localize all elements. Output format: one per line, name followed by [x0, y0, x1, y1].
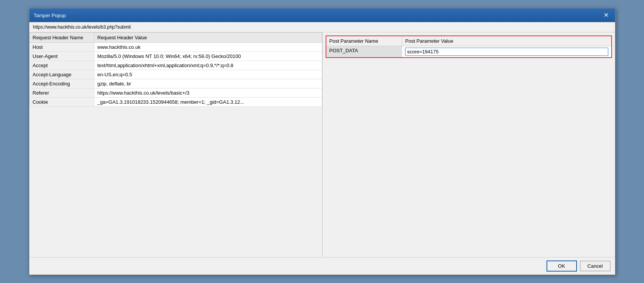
table-row: Accept-Encodinggzip, deflate, br: [29, 79, 322, 88]
cancel-button[interactable]: Cancel: [580, 261, 610, 271]
request-headers-table-container: Request Header Name Request Header Value…: [29, 32, 322, 257]
close-button[interactable]: ✕: [602, 11, 610, 19]
header-name-cell: Referer: [29, 88, 94, 98]
header-name-cell: User-Agent: [29, 52, 94, 61]
post-param-value-input[interactable]: [405, 48, 608, 56]
title-bar: Tamper Popup ✕: [29, 8, 615, 22]
content-area: Request Header Name Request Header Value…: [29, 32, 615, 257]
table-row: Accept-Languageen-US,en;q=0.5: [29, 70, 322, 79]
header-value-cell: https://www.hackthis.co.uk/levels/basic+…: [94, 88, 322, 98]
request-header-value-col: Request Header Value: [94, 33, 322, 43]
tamper-popup-dialog: Tamper Popup ✕ https://www.hackthis.co.u…: [29, 8, 615, 275]
request-header-name-col: Request Header Name: [29, 33, 94, 43]
table-row: Cookie_ga=GA1.3.191018233.1520944658; me…: [29, 98, 322, 107]
post-param-name-col: Post Parameter Name: [326, 36, 402, 46]
header-name-cell: Accept-Encoding: [29, 79, 94, 88]
url-bar: https://www.hackthis.co.uk/levels/b3.php…: [29, 22, 615, 32]
request-headers-table: Request Header Name Request Header Value…: [29, 32, 322, 107]
header-value-cell: gzip, deflate, br: [94, 79, 322, 88]
table-row: Hostwww.hackthis.co.uk: [29, 43, 322, 52]
table-row: Accepttext/html,application/xhtml+xml,ap…: [29, 61, 322, 70]
header-name-cell: Accept-Language: [29, 70, 94, 79]
post-params-table: Post Parameter Name Post Parameter Value…: [326, 35, 612, 58]
right-panel: Post Parameter Name Post Parameter Value…: [323, 32, 615, 257]
header-value-cell: www.hackthis.co.uk: [94, 43, 322, 52]
table-row: Refererhttps://www.hackthis.co.uk/levels…: [29, 88, 322, 98]
table-row: User-AgentMozilla/5.0 (Windows NT 10.0; …: [29, 52, 322, 61]
header-value-cell: _ga=GA1.3.191018233.1520944658; member=1…: [94, 98, 322, 107]
post-param-value-col: Post Parameter Value: [402, 36, 612, 46]
header-value-cell: text/html,application/xhtml+xml,applicat…: [94, 61, 322, 70]
header-value-cell: en-US,en;q=0.5: [94, 70, 322, 79]
header-name-cell: Accept: [29, 61, 94, 70]
header-name-cell: Cookie: [29, 98, 94, 107]
post-param-value-cell: [402, 46, 612, 58]
header-name-cell: Host: [29, 43, 94, 52]
dialog-title: Tamper Popup: [34, 13, 66, 18]
ok-button[interactable]: OK: [547, 260, 577, 272]
table-row: POST_DATA: [326, 46, 612, 58]
post-param-name-cell: POST_DATA: [326, 46, 402, 58]
header-value-cell: Mozilla/5.0 (Windows NT 10.0; Win64; x64…: [94, 52, 322, 61]
bottom-bar: OK Cancel: [29, 257, 615, 275]
left-panel: Request Header Name Request Header Value…: [29, 32, 323, 257]
